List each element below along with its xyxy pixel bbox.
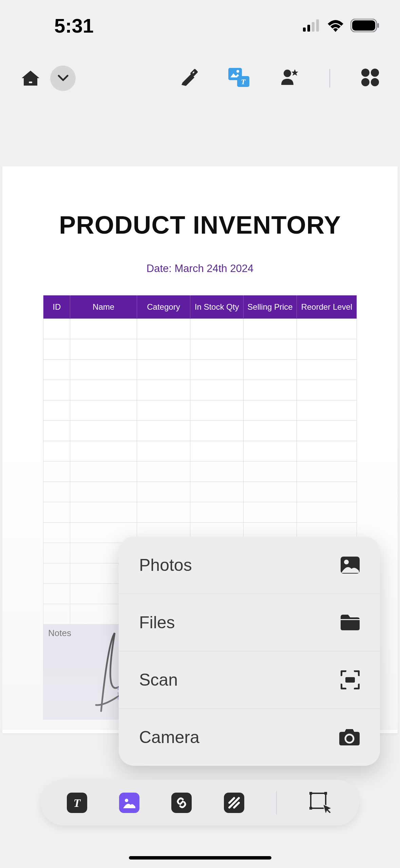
svg-rect-7 bbox=[29, 82, 32, 83]
table-cell bbox=[43, 380, 70, 400]
highlighter-button[interactable] bbox=[177, 67, 198, 89]
popup-item-scan[interactable]: Scan bbox=[119, 651, 380, 709]
text-tool-button[interactable]: T bbox=[67, 793, 87, 813]
svg-rect-1 bbox=[307, 25, 310, 32]
table-cell bbox=[70, 482, 137, 502]
insert-popup-menu: Photos Files Scan Camera bbox=[119, 537, 380, 766]
table-cell bbox=[297, 339, 357, 360]
column-header-price: Selling Price bbox=[244, 295, 297, 319]
popup-label: Camera bbox=[139, 727, 199, 747]
table-cell bbox=[244, 421, 297, 441]
table-cell bbox=[43, 523, 70, 543]
image-icon bbox=[122, 797, 136, 809]
column-header-reorder: Reorder Level bbox=[297, 295, 357, 319]
table-cell bbox=[190, 339, 244, 360]
link-tool-button[interactable] bbox=[171, 793, 192, 813]
table-cell bbox=[137, 319, 190, 339]
svg-point-15 bbox=[361, 69, 369, 77]
popup-item-photos[interactable]: Photos bbox=[119, 537, 380, 594]
svg-point-17 bbox=[361, 78, 369, 86]
svg-text:T: T bbox=[241, 77, 246, 86]
svg-text:T: T bbox=[74, 797, 81, 809]
column-header-qty: In Stock Qty bbox=[190, 295, 244, 319]
document-date: Date: March 24th 2024 bbox=[43, 263, 357, 275]
table-cell bbox=[297, 502, 357, 523]
svg-rect-5 bbox=[352, 20, 375, 31]
table-cell bbox=[190, 380, 244, 400]
table-cell bbox=[244, 360, 297, 380]
svg-line-27 bbox=[180, 801, 183, 804]
table-cell bbox=[43, 462, 70, 482]
table-cell bbox=[244, 462, 297, 482]
table-cell bbox=[190, 502, 244, 523]
text-icon: T bbox=[71, 797, 83, 809]
lasso-tool-button[interactable] bbox=[309, 791, 333, 814]
table-cell bbox=[244, 441, 297, 462]
home-button[interactable] bbox=[20, 68, 41, 88]
table-cell bbox=[244, 380, 297, 400]
table-cell bbox=[70, 360, 137, 380]
table-cell bbox=[70, 400, 137, 421]
image-text-icon: T bbox=[228, 68, 249, 87]
table-cell bbox=[297, 441, 357, 462]
bottom-toolbar: T bbox=[41, 780, 359, 826]
person-star-icon bbox=[280, 68, 299, 87]
diagonal-lines-icon bbox=[228, 797, 240, 809]
document-title: PRODUCT INVENTORY bbox=[43, 211, 357, 239]
svg-rect-34 bbox=[309, 807, 312, 810]
notes-label: Notes bbox=[48, 628, 71, 638]
table-cell bbox=[43, 584, 70, 604]
table-cell bbox=[297, 380, 357, 400]
table-cell bbox=[43, 441, 70, 462]
table-cell bbox=[43, 400, 70, 421]
table-cell bbox=[244, 339, 297, 360]
dropdown-button[interactable] bbox=[50, 66, 76, 91]
table-cell bbox=[137, 462, 190, 482]
svg-point-26 bbox=[125, 799, 128, 802]
image-tool-button[interactable] bbox=[119, 793, 139, 813]
table-row bbox=[43, 441, 357, 462]
table-cell bbox=[297, 462, 357, 482]
home-indicator[interactable] bbox=[129, 856, 271, 860]
table-row bbox=[43, 462, 357, 482]
svg-point-20 bbox=[344, 560, 349, 564]
table-row bbox=[43, 360, 357, 380]
table-cell bbox=[137, 441, 190, 462]
svg-rect-6 bbox=[377, 23, 379, 28]
table-row bbox=[43, 319, 357, 339]
table-cell bbox=[70, 380, 137, 400]
table-cell bbox=[190, 441, 244, 462]
table-cell bbox=[297, 421, 357, 441]
svg-rect-3 bbox=[316, 19, 319, 32]
popup-item-files[interactable]: Files bbox=[119, 594, 380, 651]
status-time: 5:31 bbox=[54, 14, 94, 37]
table-cell bbox=[244, 319, 297, 339]
apps-grid-icon bbox=[361, 68, 380, 87]
table-row bbox=[43, 502, 357, 523]
photo-icon bbox=[341, 557, 360, 574]
table-cell bbox=[43, 360, 70, 380]
pattern-tool-button[interactable] bbox=[224, 793, 244, 813]
table-cell bbox=[297, 360, 357, 380]
popup-item-camera[interactable]: Camera bbox=[119, 709, 380, 766]
table-cell bbox=[137, 360, 190, 380]
table-row bbox=[43, 380, 357, 400]
svg-point-16 bbox=[371, 69, 379, 77]
lasso-select-icon bbox=[309, 791, 333, 813]
table-cell bbox=[297, 400, 357, 421]
scan-icon bbox=[341, 670, 360, 689]
apps-grid-button[interactable] bbox=[361, 68, 380, 88]
chevron-down-icon bbox=[58, 75, 69, 82]
svg-point-14 bbox=[284, 70, 291, 77]
svg-rect-32 bbox=[309, 792, 312, 795]
table-cell bbox=[137, 339, 190, 360]
svg-rect-22 bbox=[345, 677, 355, 683]
table-cell bbox=[43, 563, 70, 584]
column-header-id: ID bbox=[43, 295, 70, 319]
column-header-category: Category bbox=[137, 295, 190, 319]
table-cell bbox=[190, 421, 244, 441]
table-cell bbox=[43, 604, 70, 625]
stamp-button[interactable] bbox=[280, 68, 299, 88]
popup-label: Files bbox=[139, 613, 175, 632]
text-image-button[interactable]: T bbox=[228, 68, 249, 88]
